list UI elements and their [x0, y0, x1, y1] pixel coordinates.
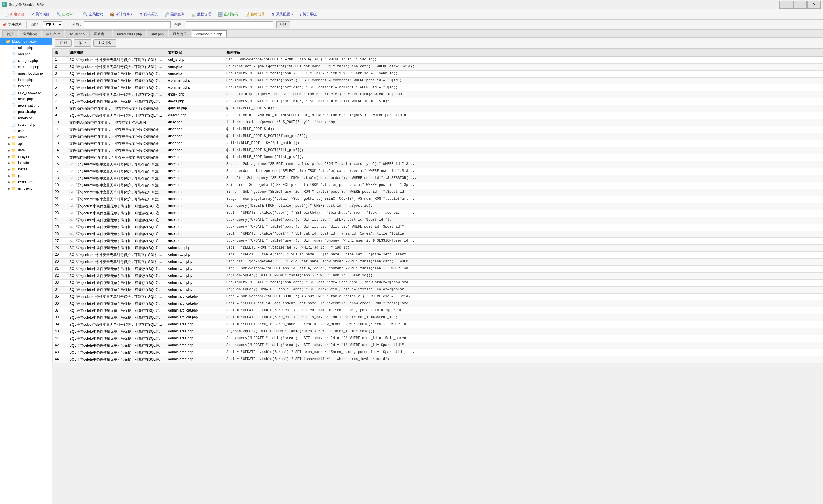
tab-func-locate2[interactable]: 函数定位	[169, 30, 191, 37]
table-row[interactable]: 33 SQL语句delete中条件变量无单引号保护，可能存在SQL注入漏洞 /a…	[52, 280, 823, 287]
menu-auto-audit[interactable]: 🔧 自动审计	[53, 10, 79, 19]
translate-button[interactable]: 翻译	[277, 21, 290, 28]
table-row[interactable]: 43 SQL语句delete中条件变量无单引号保护，可能存在SQL注入漏洞 /a…	[52, 349, 823, 356]
table-row[interactable]: 34 SQL语句delete中条件变量无单引号保护，可能存在SQL注入漏洞 /a…	[52, 287, 823, 294]
tab-ann[interactable]: ann.php	[147, 30, 168, 37]
sidebar-item-user[interactable]: 📄 user.php	[6, 128, 52, 134]
menu-sys-config[interactable]: ⚙ 系统配置 ▾	[268, 10, 296, 19]
sidebar-item-js[interactable]: ▶ 📁 js	[6, 172, 52, 179]
table-row[interactable]: 17 SQL语句select中条件变量无单引号保护，可能存在SQL注入漏洞 /u…	[52, 168, 823, 175]
tab-func-locate1[interactable]: 函数定位	[90, 30, 112, 37]
sidebar-item-images[interactable]: ▶ 📁 images	[6, 153, 52, 160]
close-button[interactable]: ✕	[807, 1, 821, 9]
table-row[interactable]: 32 SQL语句delete中条件变量无单引号保护，可能存在SQL注入漏洞 /a…	[52, 273, 823, 280]
sidebar-item-publish[interactable]: 📄 publish.php	[6, 109, 52, 115]
table-row[interactable]: 2 SQL语句select中条件变量无单引号保护，可能存在SQL注入漏洞 /an…	[52, 63, 823, 70]
menu-temp-record[interactable]: 📝 临时记录	[241, 10, 268, 19]
menu-global-search[interactable]: 🔍 全局搜索	[80, 10, 106, 19]
table-row[interactable]: 30 SQL语句select中条件变量无单引号保护，可能存在SQL注入漏洞 /a…	[52, 259, 823, 266]
table-row[interactable]: 27 SQL语句delete中条件变量无单引号保护，可能存在SQL注入漏洞 /u…	[52, 238, 823, 245]
table-row[interactable]: 8 文件操作函数中存在变量，可能存在任意文件读取/删除/修... /publis…	[52, 106, 823, 112]
sidebar-item-uc-client[interactable]: ▶ 📁 uc_client	[6, 185, 52, 192]
menu-about[interactable]: ℹ 关于系统	[297, 10, 320, 19]
table-row[interactable]: 5 SQL语句delete中条件变量无单引号保护，可能存在SQL注入漏洞 /co…	[52, 85, 823, 92]
tab-common-fun[interactable]: common.fun.php	[192, 30, 226, 37]
table-row[interactable]: 1 SQL语句select中条件变量无单引号保护，可能存在SQL注入漏洞 /ad…	[52, 57, 823, 63]
translate-input[interactable]	[186, 21, 273, 28]
sidebar-item-news-cat[interactable]: 📄 news_cat.php	[6, 102, 52, 109]
table-row[interactable]: 10 文件包含函数中存在变量，可能存在文件包含漏洞 /user.php incl…	[52, 119, 823, 126]
menu-audit-plugin[interactable]: 📦 审计插件 ▾	[107, 10, 135, 19]
maximize-button[interactable]: □	[793, 1, 807, 9]
sidebar-item-category[interactable]: 📄 category.php	[6, 57, 52, 64]
sidebar-item-index[interactable]: 📄 index.php	[6, 76, 52, 83]
tab-ad-js[interactable]: ad_js.php	[65, 30, 89, 37]
sidebar-item-api[interactable]: ▶ 📁 api	[6, 141, 52, 147]
table-row[interactable]: 24 SQL语句delete中条件变量无单引号保护，可能存在SQL注入漏洞 /u…	[52, 217, 823, 224]
table-row[interactable]: 38 SQL语句delete中条件变量无单引号保护，可能存在SQL注入漏洞 /a…	[52, 314, 823, 321]
table-row[interactable]: 29 SQL语句select中条件变量无单引号保护，可能存在SQL注入漏洞 /a…	[52, 252, 823, 259]
table-row[interactable]: 3 SQL语句delete中条件变量无单引号保护，可能存在SQL注入漏洞 /an…	[52, 70, 823, 77]
tab-mysql-class[interactable]: mysql.class.php	[113, 30, 146, 37]
table-row[interactable]: 19 SQL语句select中条件变量无单引号保护，可能存在SQL注入漏洞 /u…	[52, 182, 823, 189]
menu-close-project[interactable]: ✕ 关闭项目	[28, 10, 52, 19]
table-row[interactable]: 23 SQL语句delete中条件变量无单引号保护，可能存在SQL注入漏洞 /u…	[52, 210, 823, 217]
table-row[interactable]: 4 SQL语句delete中条件变量无单引号保护，可能存在SQL注入漏洞 /co…	[52, 77, 823, 85]
sidebar-item-admin[interactable]: ▶ 📁 admin	[6, 134, 52, 141]
sidebar-root-item[interactable]: ▼ 📁 bluecms-master	[0, 38, 52, 45]
sidebar-item-templates[interactable]: ▶ 📁 templates	[6, 179, 52, 185]
table-row[interactable]: 20 SQL语句select中条件变量无单引号保护，可能存在SQL注入漏洞 /u…	[52, 189, 823, 196]
table-row[interactable]: 14 文件操作函数中存在变量，可能存在任意文件读取/删除/修... /user.…	[52, 147, 823, 154]
sidebar-item-guestbook[interactable]: 📄 guest_book.php	[6, 70, 52, 76]
sidebar-item-data[interactable]: ▶ 📁 data	[6, 147, 52, 153]
menu-func-query[interactable]: 🔎 函数查询	[161, 10, 188, 19]
sidebar-item-include[interactable]: ▶ 📁 include	[6, 160, 52, 166]
sidebar-item-search[interactable]: 📄 search.php	[6, 121, 52, 128]
report-button[interactable]: 生成报告	[93, 39, 116, 47]
sidebar-item-ad-js[interactable]: 📄 ad_js.php	[6, 45, 52, 51]
tab-auto-audit[interactable]: 自动审计	[42, 30, 64, 37]
table-row[interactable]: 35 SQL语句select中条件变量无单引号保护，可能存在SQL注入漏洞 /a…	[52, 294, 823, 301]
table-row[interactable]: 21 SQL语句select中条件变量无单引号保护，可能存在SQL注入漏洞 /u…	[52, 196, 823, 203]
file-structure-toggle[interactable]: 📌 文件结构	[2, 22, 22, 27]
table-row[interactable]: 41 SQL语句delete中条件变量无单引号保护，可能存在SQL注入漏洞 /a…	[52, 335, 823, 342]
table-row[interactable]: 31 SQL语句delete中条件变量无单引号保护，可能存在SQL注入漏洞 /a…	[52, 266, 823, 273]
table-row[interactable]: 16 SQL语句select中条件变量无单引号保护，可能存在SQL注入漏洞 /u…	[52, 161, 823, 168]
start-button[interactable]: 开 始	[55, 39, 72, 47]
table-row[interactable]: 18 SQL语句select中条件变量无单引号保护，可能存在SQL注入漏洞 /u…	[52, 175, 823, 182]
sidebar-item-robots[interactable]: 📄 robots.txt	[6, 115, 52, 121]
table-row[interactable]: 13 文件操作函数中存在变量，可能存在任意文件读取/删除/修... /user.…	[52, 140, 823, 147]
stop-button[interactable]: 停 止	[74, 39, 91, 47]
table-row[interactable]: 36 SQL语句delete中条件变量无单引号保护，可能存在SQL注入漏洞 /a…	[52, 301, 823, 308]
sidebar-item-info-index[interactable]: 📄 info_index.php	[6, 90, 52, 96]
table-row[interactable]: 22 SQL语句delete中条件变量无单引号保护，可能存在SQL注入漏洞 /u…	[52, 203, 823, 210]
table-row[interactable]: 6 SQL语句select中条件变量无单引号保护，可能存在SQL注入漏洞 /in…	[52, 92, 823, 99]
table-row[interactable]: 40 SQL语句delete中条件变量无单引号保护，可能存在SQL注入漏洞 /a…	[52, 328, 823, 335]
menu-data-manage[interactable]: 📊 数据管理	[188, 10, 214, 19]
table-row[interactable]: 28 SQL语句delete中条件变量无单引号保护，可能存在SQL注入漏洞 /a…	[52, 245, 823, 252]
menu-new-project[interactable]: 📄 新建项目	[1, 10, 27, 19]
sidebar-item-news[interactable]: 📄 news.php	[6, 96, 52, 102]
minimize-button[interactable]: —	[780, 1, 793, 9]
word-input[interactable]	[84, 21, 171, 28]
table-row[interactable]: 15 文件操作函数中存在变量，可能存在任意文件读取/删除/修... /user.…	[52, 154, 823, 161]
table-row[interactable]: 25 SQL语句delete中条件变量无单引号保护，可能存在SQL注入漏洞 /u…	[52, 224, 823, 231]
table-row[interactable]: 12 文件操作函数中存在变量，可能存在任意文件读取/删除/修... /user.…	[52, 133, 823, 140]
table-row[interactable]: 37 SQL语句delete中条件变量无单引号保护，可能存在SQL注入漏洞 /a…	[52, 308, 823, 314]
sidebar-item-info[interactable]: 📄 info.php	[6, 83, 52, 90]
menu-regex-encode[interactable]: 🔡 正则编码	[215, 10, 241, 19]
tab-global-search[interactable]: 全局搜索	[19, 30, 41, 37]
sidebar-item-ann[interactable]: 📄 ann.php	[6, 51, 52, 57]
table-row[interactable]: 44 SQL语句delete中条件变量无单引号保护，可能存在SQL注入漏洞 /a…	[52, 356, 823, 363]
encoding-select[interactable]: UTF-8 GBK GB2312	[43, 21, 62, 28]
table-row[interactable]: 26 SQL语句delete中条件变量无单引号保护，可能存在SQL注入漏洞 /u…	[52, 231, 823, 238]
table-row[interactable]: 39 SQL语句select中条件变量无单引号保护，可能存在SQL注入漏洞 /a…	[52, 321, 823, 328]
tab-homepage[interactable]: 首页	[2, 30, 18, 37]
sidebar-item-install[interactable]: ▶ 📁 install	[6, 166, 52, 172]
table-row[interactable]: 42 SQL语句delete中条件变量无单引号保护，可能存在SQL注入漏洞 /a…	[52, 342, 823, 349]
table-row[interactable]: 9 SQL语句select中条件变量无单引号保护，可能存在SQL注入漏洞 /se…	[52, 112, 823, 119]
sidebar-item-comment[interactable]: 📄 comment.php	[6, 64, 52, 70]
table-row[interactable]: 7 SQL语句delete中条件变量无单引号保护，可能存在SQL注入漏洞 /ne…	[52, 99, 823, 106]
menu-code-debug[interactable]: ⚙ 代码调试	[136, 10, 161, 19]
results-table-container[interactable]: ID 漏洞描述 文件路径 漏洞详细 1 SQL语句select中条件变量无单引号…	[52, 49, 823, 504]
